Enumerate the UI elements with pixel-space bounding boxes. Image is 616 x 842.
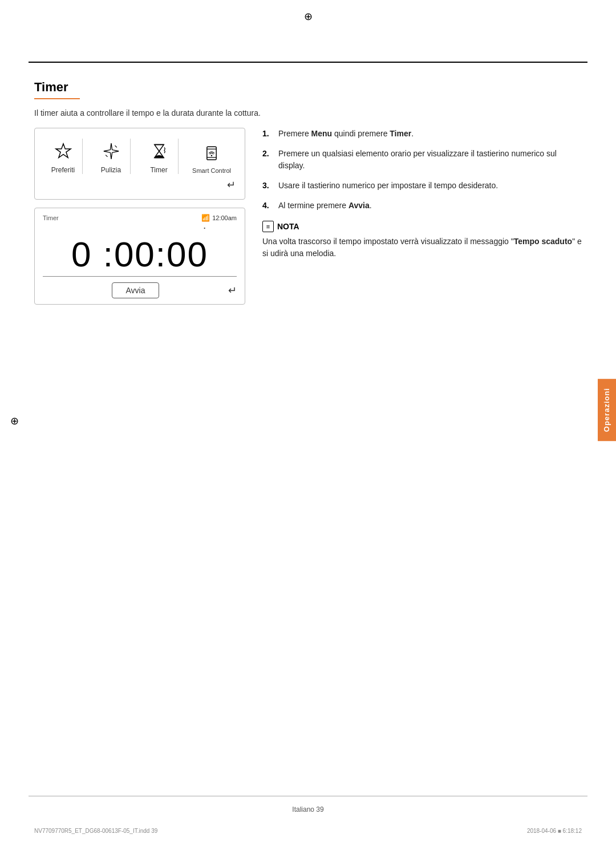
wifi-icon: 📶 <box>201 214 210 222</box>
step-1-text: Premere Menu quindi premere Timer. <box>278 128 582 140</box>
timer-label: Timer <box>150 166 167 174</box>
step-3-number: 3. <box>262 180 274 192</box>
main-content: Timer Il timer aiuta a controllare il te… <box>34 80 582 305</box>
step-4-end: . <box>370 201 372 210</box>
svg-marker-1 <box>103 143 118 159</box>
nota-title: NOTA <box>277 222 299 231</box>
timer-screen-label: Timer <box>43 214 59 221</box>
file-info-left: NV7709770R5_ET_DG68-00613F-05_IT.indd 39 <box>34 828 157 834</box>
step-1-bold1: Menu <box>311 129 333 138</box>
smart-control-icon <box>199 140 224 165</box>
nota-text: Una volta trascorso il tempo impostato v… <box>262 236 582 260</box>
step-1-text-end: . <box>411 129 414 138</box>
nota-header: ≡ NOTA <box>262 221 582 232</box>
step-3-text: Usare il tastierino numerico per imposta… <box>278 180 582 192</box>
step-4: 4. Al termine premere Avvia. <box>262 200 582 212</box>
side-tab: Operazioni <box>598 379 616 441</box>
nota-text-bold: Tempo scaduto <box>514 237 572 246</box>
steps-list: 1. Premere Menu quindi premere Timer. 2.… <box>262 128 582 212</box>
menu-icons-row: Preferiti Pulizia <box>40 134 239 176</box>
step-4-text: Al termine premere Avvia. <box>278 200 582 212</box>
section-title: Timer <box>34 80 80 99</box>
step-4-number: 4. <box>262 200 274 212</box>
nota-icon: ≡ <box>262 221 274 232</box>
menu-item-pulizia: Pulizia <box>96 139 131 174</box>
wifi-time: 📶 12:00am <box>201 214 237 222</box>
avvia-button[interactable]: Avvia <box>112 282 160 298</box>
step-1-text-mid: quindi premere <box>332 129 390 138</box>
menu-back-arrow-row: ↵ <box>40 176 239 193</box>
step-2: 2. Premere un qualsiasi elemento orario … <box>262 148 582 172</box>
svg-marker-0 <box>55 144 70 158</box>
file-info: NV7709770R5_ET_DG68-00613F-05_IT.indd 39… <box>34 828 582 834</box>
avvia-row: Avvia ↵ <box>43 282 237 298</box>
file-info-right: 2018-04-06 ■ 6:18:12 <box>527 828 582 834</box>
footer: Italiano 39 <box>34 805 582 813</box>
step-1-bold2: Timer <box>390 129 411 138</box>
preferiti-label: Preferiti <box>51 166 75 174</box>
svg-line-2 <box>115 145 116 147</box>
timer-back-icon: ↵ <box>228 284 237 297</box>
step-2-number: 2. <box>262 148 274 172</box>
right-column: 1. Premere Menu quindi premere Timer. 2.… <box>262 128 582 260</box>
top-rule <box>29 62 587 63</box>
menu-back-icon: ↵ <box>227 179 236 191</box>
menu-item-smart-control: Smart Control <box>192 140 231 174</box>
menu-item-timer: Timer <box>144 139 179 174</box>
footer-page-info: Italiano 39 <box>292 805 323 813</box>
timer-dot: • <box>43 225 205 230</box>
hourglass-icon <box>147 139 172 164</box>
pulizia-label: Pulizia <box>101 166 121 174</box>
step-4-plain: Al termine premere <box>278 201 348 210</box>
timer-value-display: 0 :00:00 <box>43 235 237 277</box>
nota-text-plain: Una volta trascorso il tempo impostato v… <box>262 237 514 246</box>
timer-screen-header: Timer 📶 12:00am <box>43 214 237 222</box>
sparkle-icon <box>99 139 124 164</box>
smart-control-label: Smart Control <box>192 167 231 174</box>
menu-screen-mockup: Preferiti Pulizia <box>34 128 245 200</box>
nota-icon-char: ≡ <box>266 223 270 230</box>
time-display: 12:00am <box>212 214 237 221</box>
svg-line-3 <box>106 155 107 157</box>
step-2-text: Premere un qualsiasi elemento orario per… <box>278 148 582 172</box>
timer-screen-mockup: Timer 📶 12:00am • 0 :00:00 Avvia ↵ <box>34 208 245 305</box>
two-column-layout: Preferiti Pulizia <box>34 128 582 305</box>
star-icon <box>51 139 76 164</box>
menu-item-preferiti: Preferiti <box>48 139 83 174</box>
reg-mark-left: ⊕ <box>10 415 19 427</box>
step-1: 1. Premere Menu quindi premere Timer. <box>262 128 582 140</box>
section-subtitle: Il timer aiuta a controllare il tempo e … <box>34 108 582 118</box>
step-1-text-plain: Premere <box>278 129 311 138</box>
left-column: Preferiti Pulizia <box>34 128 245 305</box>
step-1-number: 1. <box>262 128 274 140</box>
step-3: 3. Usare il tastierino numerico per impo… <box>262 180 582 192</box>
svg-point-9 <box>211 155 212 156</box>
nota-box: ≡ NOTA Una volta trascorso il tempo impo… <box>262 221 582 260</box>
reg-mark-top: ⊕ <box>304 10 313 23</box>
bottom-rule <box>29 796 587 796</box>
step-4-bold: Avvia <box>348 201 370 210</box>
